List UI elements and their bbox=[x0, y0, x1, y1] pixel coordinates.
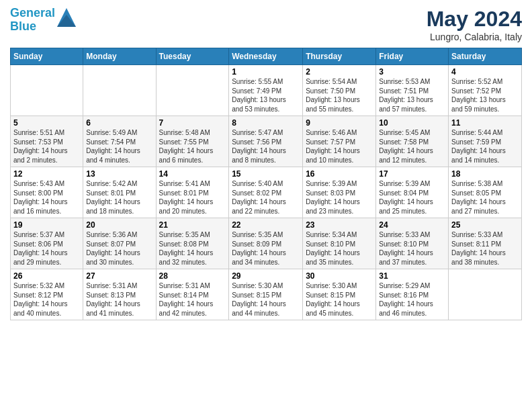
month-title: May 2024 bbox=[427, 7, 522, 32]
day-info: Sunrise: 5:54 AMSunset: 7:50 PMDaylight:… bbox=[306, 77, 373, 113]
day-number: 5 bbox=[13, 118, 80, 128]
day-number: 3 bbox=[379, 67, 445, 77]
day-number: 20 bbox=[86, 220, 152, 230]
calendar-cell bbox=[11, 65, 83, 116]
logo-text: General Blue bbox=[10, 7, 76, 34]
calendar-cell: 6Sunrise: 5:49 AMSunset: 7:54 PMDaylight… bbox=[83, 116, 156, 167]
calendar-cell bbox=[449, 269, 522, 320]
day-number: 9 bbox=[306, 118, 373, 128]
day-info: Sunrise: 5:52 AMSunset: 7:52 PMDaylight:… bbox=[451, 77, 519, 113]
day-info: Sunrise: 5:33 AMSunset: 8:11 PMDaylight:… bbox=[451, 230, 519, 267]
title-area: May 2024 Lungro, Calabria, Italy bbox=[427, 7, 522, 42]
calendar-cell: 10Sunrise: 5:45 AMSunset: 7:58 PMDayligh… bbox=[376, 116, 449, 167]
day-info: Sunrise: 5:30 AMSunset: 8:15 PMDaylight:… bbox=[232, 281, 300, 318]
day-info: Sunrise: 5:34 AMSunset: 8:10 PMDaylight:… bbox=[306, 230, 373, 267]
svg-marker-1 bbox=[57, 15, 76, 27]
day-info: Sunrise: 5:30 AMSunset: 8:15 PMDaylight:… bbox=[306, 281, 373, 318]
calendar-cell: 15Sunrise: 5:40 AMSunset: 8:02 PMDayligh… bbox=[229, 167, 303, 218]
page: General Blue May 2024 Lungro, Calabria, … bbox=[0, 0, 532, 327]
day-info: Sunrise: 5:46 AMSunset: 7:57 PMDaylight:… bbox=[306, 128, 373, 165]
day-info: Sunrise: 5:36 AMSunset: 8:07 PMDaylight:… bbox=[86, 230, 152, 267]
calendar-cell: 30Sunrise: 5:30 AMSunset: 8:15 PMDayligh… bbox=[303, 269, 376, 320]
calendar-cell bbox=[83, 65, 156, 116]
calendar-cell: 31Sunrise: 5:29 AMSunset: 8:16 PMDayligh… bbox=[376, 269, 449, 320]
day-info: Sunrise: 5:29 AMSunset: 8:16 PMDaylight:… bbox=[379, 281, 445, 318]
calendar-cell: 9Sunrise: 5:46 AMSunset: 7:57 PMDaylight… bbox=[303, 116, 376, 167]
day-number: 25 bbox=[451, 220, 519, 230]
day-number: 29 bbox=[232, 271, 300, 281]
calendar-cell: 2Sunrise: 5:54 AMSunset: 7:50 PMDaylight… bbox=[303, 65, 376, 116]
calendar-cell: 29Sunrise: 5:30 AMSunset: 8:15 PMDayligh… bbox=[229, 269, 303, 320]
day-number: 23 bbox=[306, 220, 373, 230]
header-sunday: Sunday bbox=[11, 48, 83, 65]
header-saturday: Saturday bbox=[449, 48, 522, 65]
day-info: Sunrise: 5:35 AMSunset: 8:08 PMDaylight:… bbox=[159, 230, 226, 267]
day-info: Sunrise: 5:43 AMSunset: 8:00 PMDaylight:… bbox=[13, 179, 80, 216]
calendar-cell: 5Sunrise: 5:51 AMSunset: 7:53 PMDaylight… bbox=[11, 116, 83, 167]
calendar-cell: 28Sunrise: 5:31 AMSunset: 8:14 PMDayligh… bbox=[156, 269, 229, 320]
day-info: Sunrise: 5:32 AMSunset: 8:12 PMDaylight:… bbox=[13, 281, 80, 318]
day-number: 28 bbox=[159, 271, 226, 281]
logo: General Blue bbox=[10, 7, 76, 34]
header-friday: Friday bbox=[376, 48, 449, 65]
day-number: 14 bbox=[159, 169, 226, 179]
calendar-cell: 1Sunrise: 5:55 AMSunset: 7:49 PMDaylight… bbox=[229, 65, 303, 116]
calendar-cell: 13Sunrise: 5:42 AMSunset: 8:01 PMDayligh… bbox=[83, 167, 156, 218]
day-info: Sunrise: 5:39 AMSunset: 8:04 PMDaylight:… bbox=[379, 179, 445, 216]
day-number: 1 bbox=[232, 67, 300, 77]
day-info: Sunrise: 5:38 AMSunset: 8:05 PMDaylight:… bbox=[451, 179, 519, 216]
day-info: Sunrise: 5:49 AMSunset: 7:54 PMDaylight:… bbox=[86, 128, 152, 165]
day-number: 26 bbox=[13, 271, 80, 281]
day-number: 27 bbox=[86, 271, 152, 281]
header-thursday: Thursday bbox=[303, 48, 376, 65]
calendar-cell: 27Sunrise: 5:31 AMSunset: 8:13 PMDayligh… bbox=[83, 269, 156, 320]
header-wednesday: Wednesday bbox=[229, 48, 303, 65]
day-number: 10 bbox=[379, 118, 445, 128]
location: Lungro, Calabria, Italy bbox=[427, 32, 522, 42]
day-number: 15 bbox=[232, 169, 300, 179]
day-number: 30 bbox=[306, 271, 373, 281]
day-number: 4 bbox=[451, 67, 519, 77]
day-info: Sunrise: 5:53 AMSunset: 7:51 PMDaylight:… bbox=[379, 77, 445, 113]
calendar-cell: 11Sunrise: 5:44 AMSunset: 7:59 PMDayligh… bbox=[449, 116, 522, 167]
logo-general: General bbox=[10, 6, 55, 19]
calendar-week-1: 1Sunrise: 5:55 AMSunset: 7:49 PMDaylight… bbox=[11, 65, 522, 116]
calendar-cell: 12Sunrise: 5:43 AMSunset: 8:00 PMDayligh… bbox=[11, 167, 83, 218]
day-info: Sunrise: 5:45 AMSunset: 7:58 PMDaylight:… bbox=[379, 128, 445, 165]
logo-blue: Blue bbox=[10, 19, 36, 33]
day-number: 6 bbox=[86, 118, 152, 128]
day-info: Sunrise: 5:31 AMSunset: 8:13 PMDaylight:… bbox=[86, 281, 152, 318]
day-info: Sunrise: 5:31 AMSunset: 8:14 PMDaylight:… bbox=[159, 281, 226, 318]
calendar-cell: 26Sunrise: 5:32 AMSunset: 8:12 PMDayligh… bbox=[11, 269, 83, 320]
day-info: Sunrise: 5:37 AMSunset: 8:06 PMDaylight:… bbox=[13, 230, 80, 267]
day-number: 7 bbox=[159, 118, 226, 128]
calendar-week-2: 5Sunrise: 5:51 AMSunset: 7:53 PMDaylight… bbox=[11, 116, 522, 167]
header-tuesday: Tuesday bbox=[156, 48, 229, 65]
day-number: 11 bbox=[451, 118, 519, 128]
day-number: 12 bbox=[13, 169, 80, 179]
calendar-cell: 8Sunrise: 5:47 AMSunset: 7:56 PMDaylight… bbox=[229, 116, 303, 167]
day-number: 19 bbox=[13, 220, 80, 230]
calendar-cell: 3Sunrise: 5:53 AMSunset: 7:51 PMDaylight… bbox=[376, 65, 449, 116]
calendar-cell: 14Sunrise: 5:41 AMSunset: 8:01 PMDayligh… bbox=[156, 167, 229, 218]
day-info: Sunrise: 5:42 AMSunset: 8:01 PMDaylight:… bbox=[86, 179, 152, 216]
day-info: Sunrise: 5:41 AMSunset: 8:01 PMDaylight:… bbox=[159, 179, 226, 216]
calendar-week-4: 19Sunrise: 5:37 AMSunset: 8:06 PMDayligh… bbox=[11, 218, 522, 269]
day-info: Sunrise: 5:33 AMSunset: 8:10 PMDaylight:… bbox=[379, 230, 445, 267]
calendar-cell: 18Sunrise: 5:38 AMSunset: 8:05 PMDayligh… bbox=[449, 167, 522, 218]
day-number: 21 bbox=[159, 220, 226, 230]
calendar-cell: 24Sunrise: 5:33 AMSunset: 8:10 PMDayligh… bbox=[376, 218, 449, 269]
day-info: Sunrise: 5:51 AMSunset: 7:53 PMDaylight:… bbox=[13, 128, 80, 165]
calendar-week-3: 12Sunrise: 5:43 AMSunset: 8:00 PMDayligh… bbox=[11, 167, 522, 218]
header: General Blue May 2024 Lungro, Calabria, … bbox=[10, 7, 522, 42]
day-number: 8 bbox=[232, 118, 300, 128]
day-info: Sunrise: 5:55 AMSunset: 7:49 PMDaylight:… bbox=[232, 77, 300, 113]
calendar-cell: 21Sunrise: 5:35 AMSunset: 8:08 PMDayligh… bbox=[156, 218, 229, 269]
day-number: 13 bbox=[86, 169, 152, 179]
calendar-week-5: 26Sunrise: 5:32 AMSunset: 8:12 PMDayligh… bbox=[11, 269, 522, 320]
day-info: Sunrise: 5:48 AMSunset: 7:55 PMDaylight:… bbox=[159, 128, 226, 165]
day-info: Sunrise: 5:39 AMSunset: 8:03 PMDaylight:… bbox=[306, 179, 373, 216]
calendar-cell: 4Sunrise: 5:52 AMSunset: 7:52 PMDaylight… bbox=[449, 65, 522, 116]
day-info: Sunrise: 5:47 AMSunset: 7:56 PMDaylight:… bbox=[232, 128, 300, 165]
logo-icon bbox=[57, 8, 76, 27]
